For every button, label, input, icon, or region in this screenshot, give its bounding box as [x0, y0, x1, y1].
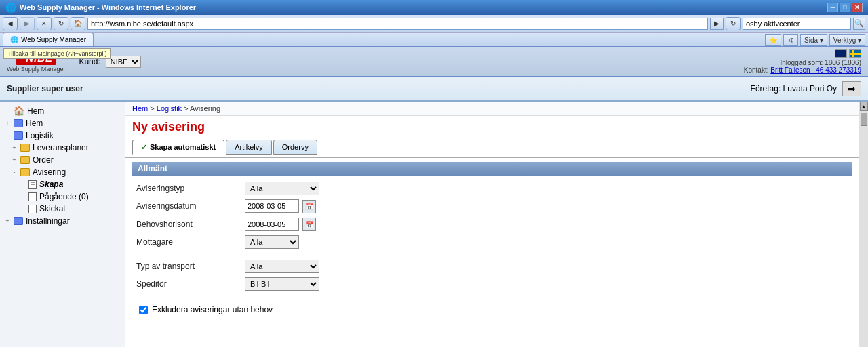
tab-ordervy[interactable]: Ordervy [273, 140, 317, 155]
breadcrumb-logistik[interactable]: Logistik [157, 104, 182, 113]
sidebar-item-order[interactable]: + Order [0, 154, 125, 166]
sidebar-item-administration[interactable]: + Hem [0, 117, 125, 129]
stop-button[interactable]: ✕ [37, 17, 52, 30]
sidebar-item-hem[interactable]: 🏠 Hem [0, 104, 125, 117]
user-role: Supplier super user [7, 84, 751, 94]
tab-artikelvy-label: Artikelvy [235, 143, 263, 151]
expand-admin-icon: + [4, 120, 11, 127]
sidebar-label-avisering: Avisering [33, 167, 66, 177]
sidebar-item-avisering[interactable]: - Avisering [0, 166, 125, 178]
flags [744, 49, 861, 58]
favorites-button[interactable]: ⭐ [765, 34, 781, 46]
doc-skapa-icon [28, 180, 37, 189]
forward-company-button[interactable]: ➡ [842, 81, 861, 96]
company-label: Företag: Luvata Pori Oy [751, 84, 837, 94]
scroll-up-button[interactable]: ▲ [860, 102, 868, 111]
contact-info: Kontakt: Britt Fallesen +46 433 273319 [744, 66, 861, 74]
table-row: Mottagare Alla [132, 233, 323, 251]
close-button[interactable]: ✕ [852, 3, 863, 12]
folder-administration-icon [14, 119, 23, 127]
doc-pagaende-icon [28, 192, 37, 201]
refresh-button2[interactable]: ↻ [726, 17, 741, 30]
table-row: Aviseringstyp Alla [132, 180, 323, 197]
browser-tab-wsm[interactable]: 🌐 Web Supply Manager Tillbaka till Mainp… [3, 33, 94, 46]
behovshorisont-calendar-button[interactable]: 📅 [302, 218, 316, 231]
browser-title: Web Supply Manager - Windows Internet Ex… [20, 3, 196, 12]
exkludera-checkbox[interactable] [139, 306, 148, 314]
behovshorisont-value: 📅 [241, 216, 323, 234]
print-button[interactable]: 🖨 [783, 34, 798, 46]
sub-header: Supplier super user Företag: Luvata Pori… [0, 77, 868, 102]
sidebar-item-pagaende[interactable]: Pågående (0) [0, 190, 125, 203]
table-row: Speditör Bil-Bil [132, 275, 323, 293]
search-bar[interactable] [743, 18, 851, 30]
fields-table: Aviseringstyp Alla Aviseringsdatum 📅 [132, 180, 323, 251]
sidebar-item-skapa[interactable]: Skapa [0, 178, 125, 190]
sidebar-item-leveransplaner[interactable]: + Leveransplaner [0, 142, 125, 154]
sidebar-label-installningar: Inställningar [26, 216, 70, 226]
form-section: Allmänt Aviseringstyp Alla Aviseringsdat… [125, 158, 859, 324]
browser-titlebar: 🌐 Web Supply Manager - Windows Internet … [0, 0, 868, 15]
expand-avisering-icon: - [11, 169, 18, 176]
aviseringstyp-select[interactable]: Alla [245, 182, 319, 195]
browser-tabs: 🌐 Web Supply Manager Tillbaka till Mainp… [0, 33, 868, 47]
mottagare-select[interactable]: Alla [245, 235, 299, 249]
doc-skickat-icon [28, 205, 37, 213]
table-row: Typ av transport Alla [132, 258, 323, 275]
back-button[interactable]: ◀ [3, 17, 18, 30]
transport-table: Typ av transport Alla Speditör Bil-Bil [132, 258, 323, 293]
sidebar-label-leveransplaner: Leveransplaner [33, 143, 89, 152]
home-button[interactable]: 🏠 [71, 17, 85, 30]
tab-skapa-automatiskt[interactable]: ✓ Skapa automatiskt [132, 140, 224, 155]
sidebar-item-skickat[interactable]: Skickat [0, 203, 125, 215]
behovshorisont-input[interactable] [245, 218, 299, 231]
aviseringsdatum-input[interactable] [245, 199, 299, 213]
typ-transport-label: Typ av transport [132, 258, 241, 275]
toolbar-right: ⭐ 🖨 Sida ▾ Verktyg ▾ [765, 34, 865, 46]
expand-logistik-icon: - [4, 132, 11, 139]
sidebar-item-logistik[interactable]: - Logistik [0, 129, 125, 142]
table-row: Behovshorisont 📅 [132, 216, 323, 234]
maximize-button[interactable]: □ [840, 3, 850, 12]
behovshorisont-label: Behovshorisont [132, 216, 241, 234]
mottagare-value: Alla [241, 233, 323, 251]
speditor-select[interactable]: Bil-Bil [245, 277, 319, 291]
contact-link[interactable]: Britt Fallesen +46 433 273319 [770, 66, 861, 74]
refresh-button[interactable]: ↻ [54, 17, 68, 30]
expand-installningar-icon: + [4, 218, 11, 224]
address-bar[interactable] [87, 18, 708, 30]
app-wrapper: ✦ NIBE Web Supply Manager Kund: NIBE Inl… [0, 47, 868, 347]
sidebar-label-skapa: Skapa [39, 180, 63, 189]
expand-leveransplaner-icon: + [11, 144, 18, 151]
flag-se-icon[interactable] [849, 49, 861, 58]
flag-gb-icon[interactable] [835, 49, 847, 58]
tab-artikelvy[interactable]: Artikelvy [226, 140, 272, 155]
browser-icon: 🌐 [5, 3, 16, 13]
breadcrumb-avisering: Avisering [190, 104, 220, 113]
sidebar-label-pagaende: Pågående (0) [39, 192, 89, 201]
aviseringsdatum-calendar-button[interactable]: 📅 [302, 200, 316, 213]
contact-label: Kontakt: [744, 66, 769, 74]
exkludera-row: Exkludera aviseringar utan behov [132, 300, 852, 320]
go-button[interactable]: ▶ [710, 18, 724, 30]
sidebar-label-hem: Hem [27, 106, 44, 116]
browser-toolbar: ◀ ▶ ✕ ↻ 🏠 ▶ ↻ 🔍 [0, 15, 868, 33]
search-go-button[interactable]: 🔍 [853, 18, 865, 30]
forward-button[interactable]: ▶ [20, 17, 35, 30]
kund-select[interactable]: NIBE [106, 56, 141, 68]
folder-installningar-icon [14, 217, 23, 225]
tools-button[interactable]: Verktyg ▾ [829, 34, 865, 46]
check-icon: ✓ [141, 143, 147, 152]
scrollbar-thumb[interactable] [861, 113, 867, 126]
breadcrumb: Hem > Logistik > Avisering [125, 102, 859, 116]
breadcrumb-hem[interactable]: Hem [132, 104, 148, 113]
typ-transport-select[interactable]: Alla [245, 260, 319, 273]
page-button[interactable]: Sida ▾ [800, 34, 827, 46]
minimize-button[interactable]: ─ [827, 3, 838, 12]
tab-skapa-label: Skapa automatiskt [150, 143, 216, 151]
logged-in-info: Inloggad som: 1806 (1806) [744, 59, 861, 66]
sidebar-item-installningar[interactable]: + Inställningar [0, 215, 125, 227]
section-header-label: Allmänt [138, 164, 167, 174]
breadcrumb-sep2: > [184, 104, 190, 113]
folder-order-icon [20, 156, 30, 164]
